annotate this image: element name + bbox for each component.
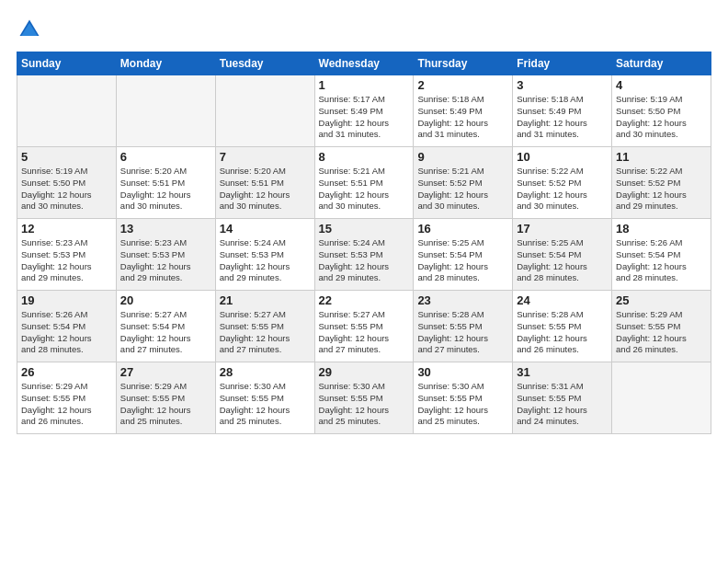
calendar-cell: 16Sunrise: 5:25 AMSunset: 5:54 PMDayligh… (414, 219, 513, 291)
day-number: 23 (417, 293, 508, 307)
day-number: 1 (319, 78, 410, 92)
calendar-week-3: 12Sunrise: 5:23 AMSunset: 5:53 PMDayligh… (17, 219, 711, 291)
calendar-cell: 22Sunrise: 5:27 AMSunset: 5:55 PMDayligh… (314, 291, 414, 362)
day-number: 28 (220, 365, 311, 379)
calendar-cell: 21Sunrise: 5:27 AMSunset: 5:55 PMDayligh… (215, 291, 314, 362)
day-info: Sunrise: 5:29 AMSunset: 5:55 PMDaylight:… (616, 309, 707, 356)
calendar-cell: 23Sunrise: 5:28 AMSunset: 5:55 PMDayligh… (414, 291, 513, 362)
page: SundayMondayTuesdayWednesdayThursdayFrid… (0, 0, 728, 563)
calendar-cell: 24Sunrise: 5:28 AMSunset: 5:55 PMDayligh… (513, 291, 612, 362)
day-number: 3 (517, 78, 608, 92)
calendar-cell (116, 75, 215, 147)
day-info: Sunrise: 5:21 AMSunset: 5:51 PMDaylight:… (319, 166, 410, 213)
day-info: Sunrise: 5:27 AMSunset: 5:54 PMDaylight:… (120, 309, 211, 356)
day-info: Sunrise: 5:31 AMSunset: 5:55 PMDaylight:… (517, 381, 608, 428)
calendar-cell: 20Sunrise: 5:27 AMSunset: 5:54 PMDayligh… (116, 291, 215, 362)
day-number: 29 (319, 365, 410, 379)
day-info: Sunrise: 5:29 AMSunset: 5:55 PMDaylight:… (120, 381, 211, 428)
day-info: Sunrise: 5:30 AMSunset: 5:55 PMDaylight:… (319, 381, 410, 428)
day-number: 12 (21, 222, 112, 236)
day-info: Sunrise: 5:21 AMSunset: 5:52 PMDaylight:… (417, 166, 508, 213)
day-header-monday: Monday (116, 52, 215, 75)
day-header-saturday: Saturday (612, 52, 711, 75)
calendar-cell: 2Sunrise: 5:18 AMSunset: 5:49 PMDaylight… (414, 75, 513, 147)
day-info: Sunrise: 5:17 AMSunset: 5:49 PMDaylight:… (319, 94, 410, 141)
day-number: 5 (21, 150, 112, 164)
day-info: Sunrise: 5:30 AMSunset: 5:55 PMDaylight:… (220, 381, 311, 428)
day-info: Sunrise: 5:28 AMSunset: 5:55 PMDaylight:… (417, 309, 508, 356)
day-number: 16 (417, 222, 508, 236)
day-info: Sunrise: 5:27 AMSunset: 5:55 PMDaylight:… (319, 309, 410, 356)
day-info: Sunrise: 5:22 AMSunset: 5:52 PMDaylight:… (517, 166, 608, 213)
day-number: 30 (417, 365, 508, 379)
day-number: 26 (21, 365, 112, 379)
day-info: Sunrise: 5:19 AMSunset: 5:50 PMDaylight:… (21, 166, 112, 213)
day-number: 11 (616, 150, 707, 164)
day-info: Sunrise: 5:22 AMSunset: 5:52 PMDaylight:… (616, 166, 707, 213)
day-info: Sunrise: 5:18 AMSunset: 5:49 PMDaylight:… (517, 94, 608, 141)
calendar-week-5: 26Sunrise: 5:29 AMSunset: 5:55 PMDayligh… (17, 362, 711, 434)
day-number: 15 (319, 222, 410, 236)
day-info: Sunrise: 5:24 AMSunset: 5:53 PMDaylight:… (220, 237, 311, 284)
day-info: Sunrise: 5:29 AMSunset: 5:55 PMDaylight:… (21, 381, 112, 428)
day-header-wednesday: Wednesday (314, 52, 414, 75)
day-info: Sunrise: 5:24 AMSunset: 5:53 PMDaylight:… (319, 237, 410, 284)
calendar-cell (215, 75, 314, 147)
day-info: Sunrise: 5:27 AMSunset: 5:55 PMDaylight:… (220, 309, 311, 356)
day-number: 9 (417, 150, 508, 164)
day-info: Sunrise: 5:26 AMSunset: 5:54 PMDaylight:… (21, 309, 112, 356)
day-number: 8 (319, 150, 410, 164)
day-info: Sunrise: 5:26 AMSunset: 5:54 PMDaylight:… (616, 237, 707, 284)
calendar-cell: 26Sunrise: 5:29 AMSunset: 5:55 PMDayligh… (17, 362, 117, 434)
day-info: Sunrise: 5:20 AMSunset: 5:51 PMDaylight:… (220, 166, 311, 213)
day-number: 21 (220, 293, 311, 307)
day-number: 6 (120, 150, 211, 164)
calendar-week-4: 19Sunrise: 5:26 AMSunset: 5:54 PMDayligh… (17, 291, 711, 362)
logo (17, 17, 46, 42)
day-number: 14 (220, 222, 311, 236)
day-info: Sunrise: 5:18 AMSunset: 5:49 PMDaylight:… (417, 94, 508, 141)
calendar-cell: 11Sunrise: 5:22 AMSunset: 5:52 PMDayligh… (612, 147, 711, 219)
day-info: Sunrise: 5:19 AMSunset: 5:50 PMDaylight:… (616, 94, 707, 141)
calendar-cell: 25Sunrise: 5:29 AMSunset: 5:55 PMDayligh… (612, 291, 711, 362)
day-number: 7 (220, 150, 311, 164)
day-info: Sunrise: 5:30 AMSunset: 5:55 PMDaylight:… (417, 381, 508, 428)
day-number: 17 (517, 222, 608, 236)
calendar-cell: 15Sunrise: 5:24 AMSunset: 5:53 PMDayligh… (314, 219, 414, 291)
day-header-sunday: Sunday (17, 52, 117, 75)
calendar-cell: 3Sunrise: 5:18 AMSunset: 5:49 PMDaylight… (513, 75, 612, 147)
day-info: Sunrise: 5:25 AMSunset: 5:54 PMDaylight:… (417, 237, 508, 284)
day-info: Sunrise: 5:28 AMSunset: 5:55 PMDaylight:… (517, 309, 608, 356)
calendar-cell: 14Sunrise: 5:24 AMSunset: 5:53 PMDayligh… (215, 219, 314, 291)
calendar-week-1: 1Sunrise: 5:17 AMSunset: 5:49 PMDaylight… (17, 75, 711, 147)
calendar-cell: 8Sunrise: 5:21 AMSunset: 5:51 PMDaylight… (314, 147, 414, 219)
day-header-friday: Friday (513, 52, 612, 75)
day-number: 18 (616, 222, 707, 236)
calendar-cell: 29Sunrise: 5:30 AMSunset: 5:55 PMDayligh… (314, 362, 414, 434)
calendar-week-2: 5Sunrise: 5:19 AMSunset: 5:50 PMDaylight… (17, 147, 711, 219)
day-info: Sunrise: 5:25 AMSunset: 5:54 PMDaylight:… (517, 237, 608, 284)
calendar-cell: 1Sunrise: 5:17 AMSunset: 5:49 PMDaylight… (314, 75, 414, 147)
calendar-cell: 28Sunrise: 5:30 AMSunset: 5:55 PMDayligh… (215, 362, 314, 434)
day-number: 31 (517, 365, 608, 379)
calendar-cell: 7Sunrise: 5:20 AMSunset: 5:51 PMDaylight… (215, 147, 314, 219)
calendar-cell: 6Sunrise: 5:20 AMSunset: 5:51 PMDaylight… (116, 147, 215, 219)
calendar-header-row: SundayMondayTuesdayWednesdayThursdayFrid… (17, 52, 711, 75)
calendar-cell (17, 75, 117, 147)
day-header-tuesday: Tuesday (215, 52, 314, 75)
day-number: 22 (319, 293, 410, 307)
calendar-cell: 10Sunrise: 5:22 AMSunset: 5:52 PMDayligh… (513, 147, 612, 219)
calendar-cell: 18Sunrise: 5:26 AMSunset: 5:54 PMDayligh… (612, 219, 711, 291)
day-info: Sunrise: 5:23 AMSunset: 5:53 PMDaylight:… (21, 237, 112, 284)
calendar-table: SundayMondayTuesdayWednesdayThursdayFrid… (17, 52, 711, 434)
logo-icon (17, 17, 42, 42)
day-info: Sunrise: 5:23 AMSunset: 5:53 PMDaylight:… (120, 237, 211, 284)
day-number: 19 (21, 293, 112, 307)
calendar-cell: 9Sunrise: 5:21 AMSunset: 5:52 PMDaylight… (414, 147, 513, 219)
day-number: 2 (417, 78, 508, 92)
calendar-cell: 13Sunrise: 5:23 AMSunset: 5:53 PMDayligh… (116, 219, 215, 291)
day-number: 24 (517, 293, 608, 307)
calendar-cell: 5Sunrise: 5:19 AMSunset: 5:50 PMDaylight… (17, 147, 117, 219)
day-header-thursday: Thursday (414, 52, 513, 75)
day-number: 20 (120, 293, 211, 307)
